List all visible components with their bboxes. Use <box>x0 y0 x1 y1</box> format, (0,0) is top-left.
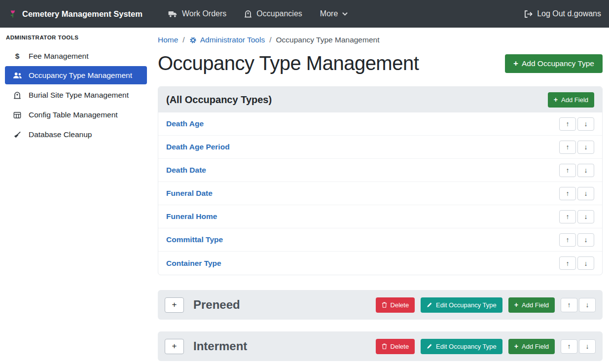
arrow-up-icon: ↑ <box>566 120 570 128</box>
arrow-up-icon: ↑ <box>568 301 571 309</box>
section-title: Interment <box>193 339 376 353</box>
move-up-button[interactable]: ↑ <box>559 210 576 223</box>
add-field-button[interactable]: + Add Field <box>508 297 555 313</box>
arrow-down-icon: ↓ <box>586 301 589 309</box>
card-title: (All Occupancy Types) <box>166 94 272 106</box>
sidebar: Administrator Tools $ Fee Management Occ… <box>0 28 152 364</box>
reorder-buttons: ↑ ↓ <box>559 141 594 154</box>
move-up-button[interactable]: ↑ <box>559 256 576 270</box>
delete-label: Delete <box>391 301 409 309</box>
field-link-death-age-period[interactable]: Death Age Period <box>166 143 230 151</box>
nav-more[interactable]: More <box>320 9 348 18</box>
reorder-buttons: ↑ ↓ <box>561 298 596 312</box>
headstone-icon <box>244 10 252 18</box>
dollar-icon: $ <box>12 52 22 61</box>
plus-icon: + <box>514 301 518 308</box>
breadcrumb-admin-tools-label: Administrator Tools <box>200 36 265 44</box>
field-link-committal-type[interactable]: Committal Type <box>166 235 223 244</box>
sidebar-item-occupancy-type-management[interactable]: Occupancy Type Management <box>5 66 147 84</box>
trash-icon <box>382 343 387 349</box>
breadcrumb-admin-tools-link[interactable]: Administrator Tools <box>189 36 265 44</box>
app-brand[interactable]: Cemetery Management System <box>8 9 143 19</box>
all-occupancy-types-card: (All Occupancy Types) + Add Field Death … <box>158 86 603 275</box>
sidebar-item-label: Burial Site Type Management <box>29 91 129 100</box>
field-link-funeral-date[interactable]: Funeral Date <box>166 189 213 198</box>
field-link-funeral-home[interactable]: Funeral Home <box>166 212 217 221</box>
delete-button[interactable]: Delete <box>376 339 415 354</box>
add-field-button[interactable]: + Add Field <box>548 92 594 108</box>
breadcrumb-separator: / <box>182 36 184 44</box>
arrow-up-icon: ↑ <box>566 166 570 174</box>
nav-work-orders[interactable]: Work Orders <box>168 9 226 18</box>
nav-more-label: More <box>320 9 338 18</box>
section-actions: Delete Edit Occupancy Type + Add Field ↑ <box>376 339 596 354</box>
add-field-label: Add Field <box>561 96 588 104</box>
broom-icon <box>12 131 22 139</box>
users-icon <box>12 72 22 79</box>
gear-icon <box>189 36 197 44</box>
plus-icon: + <box>513 59 518 68</box>
move-down-button[interactable]: ↓ <box>577 164 594 177</box>
field-row: Container Type ↑ ↓ <box>158 252 602 275</box>
move-up-button[interactable]: ↑ <box>559 117 576 131</box>
move-down-button[interactable]: ↓ <box>577 256 594 270</box>
section-title: Preneed <box>193 298 376 312</box>
nav-occupancies[interactable]: Occupancies <box>244 9 302 18</box>
move-down-button[interactable]: ↓ <box>579 298 596 312</box>
expand-section-button[interactable]: + <box>165 339 184 354</box>
occupancy-type-section-preneed: + Preneed Delete <box>158 290 603 320</box>
page-title: Occupancy Type Management <box>158 52 419 74</box>
breadcrumb-home-link[interactable]: Home <box>158 36 178 44</box>
breadcrumb-current: Occupancy Type Management <box>276 36 380 44</box>
delete-button[interactable]: Delete <box>376 297 415 313</box>
flower-logo-icon <box>8 9 18 19</box>
arrow-up-icon: ↑ <box>566 259 570 267</box>
edit-occupancy-type-button[interactable]: Edit Occupancy Type <box>421 297 502 313</box>
move-down-button[interactable]: ↓ <box>577 210 594 223</box>
expand-section-button[interactable]: + <box>165 297 184 313</box>
reorder-buttons: ↑ ↓ <box>561 339 596 354</box>
arrow-down-icon: ↓ <box>586 342 589 350</box>
move-up-button[interactable]: ↑ <box>559 233 576 247</box>
edit-occupancy-type-label: Edit Occupancy Type <box>436 301 497 309</box>
add-occupancy-type-label: Add Occupancy Type <box>522 59 594 68</box>
move-down-button[interactable]: ↓ <box>577 141 594 154</box>
table-icon <box>12 112 22 118</box>
sidebar-heading: Administrator Tools <box>0 33 152 46</box>
field-link-death-date[interactable]: Death Date <box>166 166 206 175</box>
sidebar-item-database-cleanup[interactable]: Database Cleanup <box>0 125 152 145</box>
chevron-down-icon <box>342 12 348 16</box>
field-row: Committal Type ↑ ↓ <box>158 228 602 252</box>
field-link-container-type[interactable]: Container Type <box>166 259 221 268</box>
sidebar-item-label: Fee Management <box>29 52 89 61</box>
all-occupancy-types-header: (All Occupancy Types) + Add Field <box>158 87 602 112</box>
move-down-button[interactable]: ↓ <box>577 117 594 131</box>
sidebar-item-label: Occupancy Type Management <box>29 71 132 80</box>
occupancy-type-section-interment: + Interment Delete <box>158 331 603 361</box>
move-up-button[interactable]: ↑ <box>559 187 576 200</box>
breadcrumb: Home / Administrator Tools / Occupancy T… <box>158 33 603 44</box>
move-down-button[interactable]: ↓ <box>577 187 594 200</box>
move-up-button[interactable]: ↑ <box>559 164 576 177</box>
edit-occupancy-type-button[interactable]: Edit Occupancy Type <box>421 339 502 354</box>
sidebar-item-config-table-management[interactable]: Config Table Management <box>0 105 152 125</box>
sidebar-item-label: Config Table Management <box>29 110 118 119</box>
reorder-buttons: ↑ ↓ <box>559 164 594 177</box>
arrow-up-icon: ↑ <box>566 143 570 151</box>
add-field-button[interactable]: + Add Field <box>508 339 555 354</box>
add-occupancy-type-button[interactable]: + Add Occupancy Type <box>505 54 603 73</box>
move-up-button[interactable]: ↑ <box>561 339 577 354</box>
expand-icon: + <box>172 341 177 351</box>
add-field-label: Add Field <box>522 343 549 350</box>
move-down-button[interactable]: ↓ <box>577 233 594 247</box>
sidebar-item-fee-management[interactable]: $ Fee Management <box>0 46 152 66</box>
move-down-button[interactable]: ↓ <box>579 339 596 354</box>
move-up-button[interactable]: ↑ <box>561 298 577 312</box>
logout-button[interactable]: Log Out d.gowans <box>524 9 601 18</box>
main-content: Home / Administrator Tools / Occupancy T… <box>152 28 609 364</box>
top-navbar: Cemetery Management System Work Orders O… <box>0 0 609 28</box>
field-link-death-age[interactable]: Death Age <box>166 119 204 128</box>
sidebar-item-burial-site-type-management[interactable]: Burial Site Type Management <box>0 85 152 105</box>
move-up-button[interactable]: ↑ <box>559 141 576 154</box>
nav-occupancies-label: Occupancies <box>256 9 302 18</box>
